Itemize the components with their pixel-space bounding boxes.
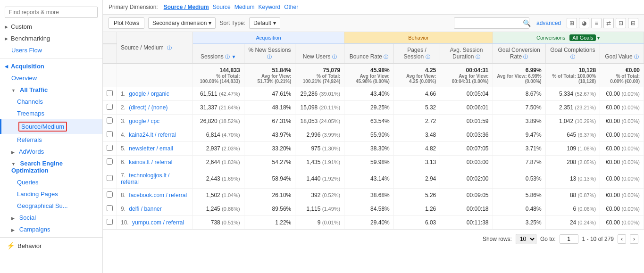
custom-view-icon[interactable]: ⊟ xyxy=(628,18,638,28)
sidebar-item-source-medium[interactable]: Source/Medium xyxy=(0,119,102,134)
row-checkbox[interactable] xyxy=(107,145,113,151)
pagination-bar: Show rows: 10 25 50 Go to: 1 - 10 of 279… xyxy=(103,230,644,248)
table-row: 6. kainos.lt / referral 2,644 (1.83%) 54… xyxy=(103,156,644,169)
dim-medium[interactable]: Medium xyxy=(234,4,255,10)
row-pages: 5.32 xyxy=(393,101,440,115)
list-view-icon[interactable]: ≡ xyxy=(591,18,602,28)
row-source-medium-link[interactable]: google / organic xyxy=(129,91,169,97)
table-row: 3. google / cpc 26,820 (18.52%) 67.31% 1… xyxy=(103,115,644,128)
sidebar-item-social[interactable]: ▶ Social xyxy=(0,212,102,223)
search-icon: 🔍 xyxy=(523,19,531,27)
sidebar-search-container xyxy=(0,4,102,21)
sidebar-item-label: Social xyxy=(19,214,36,221)
row-source-medium-link[interactable]: kainos.lt / referral xyxy=(129,159,172,165)
row-avg-sess: 00:11:38 xyxy=(440,216,493,230)
sidebar-item-users-flow[interactable]: Users Flow xyxy=(0,44,102,56)
row-bounce: 43.40% xyxy=(344,87,393,101)
behavior-icon: ⚡ xyxy=(7,242,15,249)
row-source-medium-link[interactable]: newsletter / email xyxy=(129,145,173,152)
checkbox-header xyxy=(103,32,117,44)
row-goal-rate: 8.67% xyxy=(493,87,545,101)
sort-default-dropdown[interactable]: Default ▾ xyxy=(249,17,280,29)
all-goals-badge[interactable]: All Goals xyxy=(569,34,596,41)
prev-page-button[interactable]: ‹ xyxy=(618,234,626,244)
info-icon: ⓘ xyxy=(570,54,575,59)
total-new-users: 75,079 % of Total: 100.21% (74,924) xyxy=(295,64,344,87)
sidebar-item-all-traffic[interactable]: ▼ All Traffic xyxy=(0,84,102,96)
view-icons-group: ⊞ ◕ ≡ ⇄ ⊡ ⊟ xyxy=(567,18,638,28)
info-icon: ⓘ xyxy=(267,54,272,59)
sidebar-item-label: Custom xyxy=(11,23,32,30)
table-search-input[interactable] xyxy=(454,17,529,29)
row-source-medium-link[interactable]: (direct) / (none) xyxy=(129,104,167,111)
row-checkbox[interactable] xyxy=(107,158,113,165)
page-number-input[interactable] xyxy=(560,234,578,244)
grid-view-icon[interactable]: ⊞ xyxy=(567,18,577,28)
advanced-link[interactable]: advanced xyxy=(536,20,561,26)
sidebar-item-treemaps[interactable]: Treemaps xyxy=(0,108,102,119)
row-new-users: 1,435 (1.91%) xyxy=(295,156,344,169)
row-sessions: 2,644 (1.83%) xyxy=(192,156,244,169)
row-bounce: 38.68% xyxy=(344,189,393,202)
data-table-container: Source / Medium ⓘ Acquisition Behavior C… xyxy=(103,32,644,230)
dim-source[interactable]: Source xyxy=(213,4,231,10)
table-row: 8. facebook.com / referral 1,502 (1.04%)… xyxy=(103,189,644,202)
row-new-users: 2,996 (3.99%) xyxy=(295,128,344,142)
row-source-medium-link[interactable]: facebook.com / referral xyxy=(129,192,187,199)
row-sessions: 1,502 (1.04%) xyxy=(192,189,244,202)
search-input[interactable] xyxy=(5,7,98,18)
row-checkbox[interactable] xyxy=(107,104,113,110)
sidebar-item-seo[interactable]: ▼ Search Engine Optimization xyxy=(0,157,102,176)
pie-view-icon[interactable]: ◕ xyxy=(579,18,589,28)
row-number: 8. xyxy=(121,192,125,199)
sidebar-item-campaigns[interactable]: ▶ Campaigns xyxy=(0,223,102,235)
secondary-dimension-dropdown[interactable]: Secondary dimension ▾ xyxy=(148,17,216,29)
sidebar-item-geo[interactable]: Geographical Su... xyxy=(0,200,102,212)
dim-other[interactable]: Other xyxy=(284,4,298,10)
row-bounce: 59.98% xyxy=(344,156,393,169)
row-source-medium-link[interactable]: kaina24.lt / referral xyxy=(129,132,176,138)
row-checkbox[interactable] xyxy=(107,191,113,198)
total-goal-rate: 6.99% Avg for View: 6.99% (0.00%) xyxy=(493,64,545,87)
row-source-medium-link[interactable]: technologijos.lt / referral xyxy=(121,172,169,185)
row-checkbox[interactable] xyxy=(107,175,113,181)
sidebar-item-behavior[interactable]: ⚡ Behavior xyxy=(0,240,102,252)
sidebar-item-referrals[interactable]: Referrals xyxy=(0,134,102,146)
sidebar-item-label: Campaigns xyxy=(19,226,50,233)
sidebar-item-overview[interactable]: Overview xyxy=(0,72,102,84)
acquisition-group-header: Acquisition xyxy=(192,32,344,44)
chevron-down-icon: ▼ xyxy=(11,162,16,166)
sidebar-item-benchmarking[interactable]: ▶ Benchmarking xyxy=(0,33,102,44)
col-goal-value-header: Goal Value ⓘ xyxy=(600,44,644,64)
sidebar-item-landing-pages[interactable]: Landing Pages xyxy=(0,188,102,200)
go-to-label: Go to: xyxy=(540,236,556,242)
sidebar-item-custom[interactable]: ▶ Custom xyxy=(0,21,102,33)
main-content: Primary Dimension: Source / Medium Sourc… xyxy=(103,0,644,273)
row-pct-new: 67.31% xyxy=(244,115,295,128)
row-checkbox[interactable] xyxy=(107,205,113,211)
compare-view-icon[interactable]: ⇄ xyxy=(603,18,614,28)
sidebar-item-queries[interactable]: Queries xyxy=(0,176,102,188)
dim-keyword[interactable]: Keyword xyxy=(258,4,280,10)
total-pages: 4.25 Avg for View: 4.25 (0.00%) xyxy=(393,64,440,87)
sidebar-item-channels[interactable]: Channels xyxy=(0,96,102,108)
row-pages: 6.03 xyxy=(393,216,440,230)
dim-source-medium[interactable]: Source / Medium xyxy=(164,4,209,10)
row-checkbox[interactable] xyxy=(107,131,113,137)
sidebar-item-adwords[interactable]: ▶ AdWords xyxy=(0,146,102,157)
row-goal-value: €0.00 (0.00%) xyxy=(600,156,644,169)
row-source-medium-link[interactable]: delfi / banner xyxy=(129,206,161,212)
plot-rows-button[interactable]: Plot Rows xyxy=(109,17,144,29)
show-rows-label: Show rows: xyxy=(483,236,512,242)
sidebar-item-acquisition[interactable]: ◀ Acquisition xyxy=(0,60,102,72)
rows-per-page-select[interactable]: 10 25 50 xyxy=(516,234,536,244)
row-source-medium-link[interactable]: google / cpc xyxy=(129,118,159,124)
pivot-view-icon[interactable]: ⊡ xyxy=(616,18,626,28)
row-source-medium-link[interactable]: yumpu.com / referral xyxy=(132,219,184,226)
checkbox-col-header xyxy=(103,44,117,64)
next-page-button[interactable]: › xyxy=(630,234,638,244)
row-checkbox[interactable] xyxy=(107,90,113,96)
row-checkbox[interactable] xyxy=(107,117,113,124)
sidebar-item-label: Users Flow xyxy=(11,47,42,54)
row-checkbox[interactable] xyxy=(107,219,113,225)
